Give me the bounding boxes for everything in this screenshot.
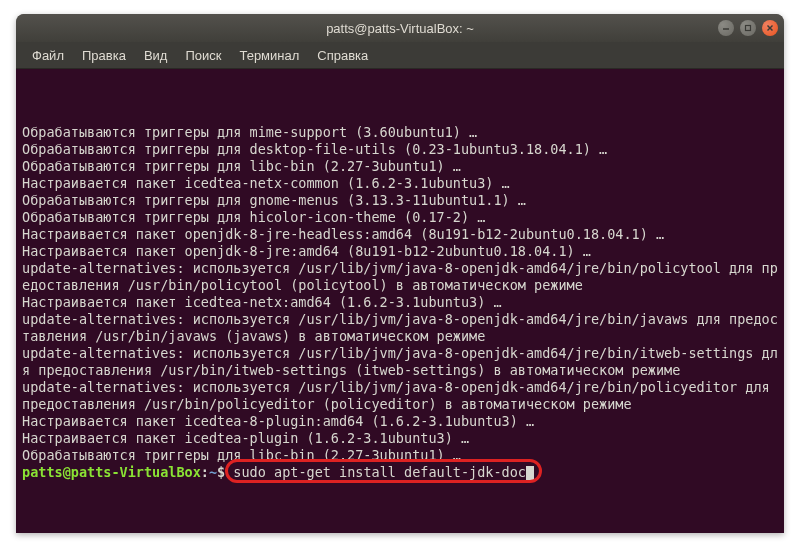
svg-rect-1 [746, 26, 751, 31]
menubar: Файл Правка Вид Поиск Терминал Справка [16, 42, 784, 69]
prompt-user-host: patts@patts-VirtualBox [22, 464, 201, 480]
prompt-path: ~ [209, 464, 217, 480]
close-button[interactable] [762, 20, 778, 36]
terminal-line: Настраивается пакет icedtea-8-plugin:amd… [22, 413, 778, 430]
menu-file[interactable]: Файл [24, 44, 72, 67]
menu-help[interactable]: Справка [309, 44, 376, 67]
maximize-button[interactable] [740, 20, 756, 36]
window-title: patts@patts-VirtualBox: ~ [16, 21, 784, 36]
terminal-line: Обрабатываются триггеры для mime-support… [22, 124, 778, 141]
minimize-button[interactable] [718, 20, 734, 36]
cursor [526, 466, 534, 480]
terminal-line: Настраивается пакет icedtea-plugin (1.6.… [22, 430, 778, 447]
terminal-line: Обрабатываются триггеры для desktop-file… [22, 141, 778, 158]
menu-view[interactable]: Вид [136, 44, 176, 67]
menu-edit[interactable]: Правка [74, 44, 134, 67]
terminal-line: Обрабатываются триггеры для libc-bin (2.… [22, 447, 778, 464]
window-controls [718, 20, 778, 36]
terminal-window: patts@patts-VirtualBox: ~ Файл Правка Ви… [16, 14, 784, 533]
terminal-line: update-alternatives: используется /usr/l… [22, 345, 778, 379]
prompt-line[interactable]: patts@patts-VirtualBox:~$ sudo apt-get i… [22, 464, 778, 481]
terminal-line: Обрабатываются триггеры для gnome-menus … [22, 192, 778, 209]
terminal-line: Обрабатываются триггеры для hicolor-icon… [22, 209, 778, 226]
terminal-line: Настраивается пакет openjdk-8-jre:amd64 … [22, 243, 778, 260]
terminal-line: update-alternatives: используется /usr/l… [22, 311, 778, 345]
prompt-colon: : [201, 464, 209, 480]
prompt-sigil: $ [217, 464, 233, 480]
terminal-line: update-alternatives: используется /usr/l… [22, 379, 778, 413]
menu-terminal[interactable]: Терминал [231, 44, 307, 67]
typed-command: sudo apt-get install default-jdk-doc [233, 464, 526, 480]
terminal-line: Настраивается пакет icedtea-netx:amd64 (… [22, 294, 778, 311]
titlebar[interactable]: patts@patts-VirtualBox: ~ [16, 14, 784, 42]
terminal-line: Настраивается пакет icedtea-netx-common … [22, 175, 778, 192]
terminal-line: Настраивается пакет openjdk-8-jre-headle… [22, 226, 778, 243]
menu-search[interactable]: Поиск [177, 44, 229, 67]
terminal-line: Обрабатываются триггеры для libc-bin (2.… [22, 158, 778, 175]
terminal-area[interactable]: Обрабатываются триггеры для mime-support… [16, 69, 784, 533]
terminal-line: update-alternatives: используется /usr/l… [22, 260, 778, 294]
